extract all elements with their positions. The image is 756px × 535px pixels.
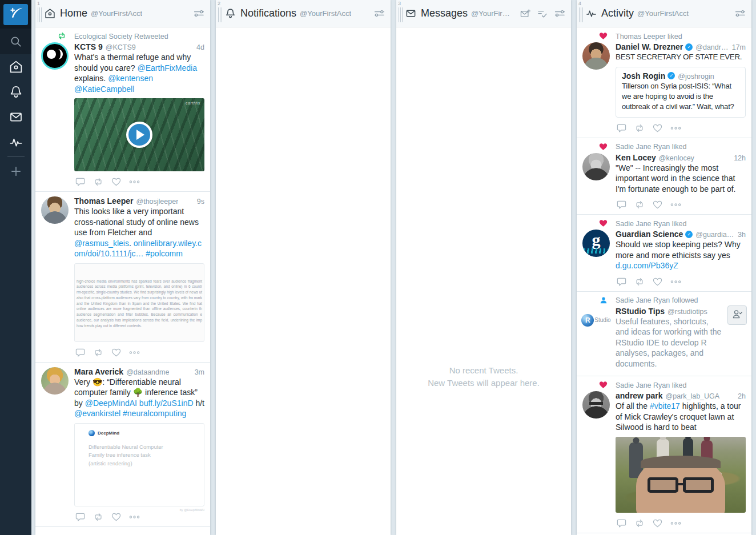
retweet-button[interactable] — [634, 200, 645, 209]
display-name[interactable]: RStudio Tips — [616, 307, 665, 316]
more-button[interactable] — [129, 515, 140, 519]
handle[interactable]: @thosjleeper — [136, 198, 178, 206]
like-button[interactable] — [653, 200, 662, 209]
retweet-button[interactable] — [93, 348, 103, 357]
column-header[interactable]: Activity @YourFirstAcct — [577, 0, 751, 27]
column-settings-icon[interactable] — [374, 9, 385, 18]
add-column-button[interactable] — [0, 159, 31, 184]
follow-button[interactable] — [727, 305, 747, 325]
more-button[interactable] — [129, 180, 140, 184]
display-name[interactable]: Thomas Leeper — [74, 196, 133, 206]
handle[interactable]: @KCTS9 — [106, 43, 136, 51]
hashtag-link[interactable]: #vbite17 — [650, 401, 680, 411]
timestamp[interactable]: 9s — [194, 198, 204, 206]
handle[interactable]: @kenlocey — [659, 154, 694, 162]
handle[interactable]: @park_lab_UGA — [665, 392, 719, 400]
activity-item-drezner[interactable]: Thomas Leeper liked Daniel W. Drezner ✓ … — [577, 27, 751, 138]
tweet-mara-averick[interactable]: Mara Averick @dataandme 3m Very 😎: “Diff… — [35, 363, 210, 527]
compose-tweet-button[interactable] — [3, 4, 28, 25]
mention-link[interactable]: @rasmus_kleis — [74, 239, 129, 248]
more-button[interactable] — [670, 280, 681, 284]
play-button[interactable] — [126, 122, 152, 148]
timestamp[interactable]: 17m — [729, 43, 746, 51]
timestamp[interactable]: 4d — [193, 43, 204, 51]
more-button[interactable] — [670, 126, 681, 130]
url-link[interactable]: buff.ly/2uS1inD — [139, 399, 194, 408]
deepmind-card-image[interactable]: DeepMind Differentiable Neural Computer … — [74, 423, 204, 506]
like-button[interactable] — [653, 277, 662, 286]
drag-handle[interactable] — [579, 7, 584, 22]
like-button[interactable] — [111, 178, 121, 186]
retweet-button[interactable] — [93, 513, 103, 521]
display-name[interactable]: andrew park — [616, 391, 662, 400]
activity-item-andrew-park[interactable]: Sadie Jane Ryan liked andrew park @park_… — [577, 376, 751, 533]
retweet-button[interactable] — [634, 519, 645, 528]
column-header[interactable]: Notifications @YourFirstAcct — [216, 0, 391, 27]
avatar[interactable] — [41, 42, 69, 70]
like-button[interactable] — [653, 519, 662, 528]
handle[interactable]: @rstudiotips — [667, 308, 707, 316]
mark-all-read-icon[interactable] — [537, 9, 548, 18]
timestamp[interactable]: 2h — [734, 392, 746, 400]
handle[interactable]: @guardian… — [695, 231, 734, 239]
like-button[interactable] — [653, 124, 662, 132]
like-button[interactable] — [111, 348, 121, 357]
mention-link[interactable]: @EarthFixMedia — [138, 63, 197, 73]
article-abstract-image[interactable]: high-choice media environments has spark… — [74, 263, 204, 342]
activity-item-guardian[interactable]: Sadie Jane Ryan liked g Guardian Science… — [577, 215, 751, 292]
drag-handle[interactable] — [399, 7, 403, 22]
tweet-kcts9[interactable]: Ecological Society Retweeted KCTS 9 @KCT… — [35, 27, 210, 192]
avatar[interactable] — [582, 153, 610, 180]
more-button[interactable] — [670, 521, 681, 525]
mention-link[interactable]: @kentensen — [108, 74, 153, 83]
avatar[interactable]: g — [582, 230, 610, 257]
reply-button[interactable] — [617, 123, 626, 133]
tweet-photo[interactable] — [616, 437, 746, 513]
column-settings-icon[interactable] — [194, 9, 204, 18]
more-button[interactable] — [129, 351, 140, 355]
video-thumbnail[interactable]: earthfix — [74, 98, 204, 171]
timestamp[interactable]: 3h — [734, 231, 746, 239]
reply-button[interactable] — [617, 518, 626, 528]
reply-button[interactable] — [75, 348, 85, 357]
url-link[interactable]: d.gu.com/Pb36yZ — [616, 261, 678, 270]
hashtag-link[interactable]: #polcomm — [146, 249, 183, 258]
display-name[interactable]: Daniel W. Drezner — [616, 42, 683, 51]
more-button[interactable] — [670, 203, 681, 207]
new-message-icon[interactable] — [520, 9, 530, 18]
timestamp[interactable]: 3m — [191, 368, 204, 376]
avatar[interactable] — [41, 196, 69, 224]
column-header[interactable]: Messages @YourFir… — [396, 0, 571, 27]
handle[interactable]: @dandre… — [695, 43, 728, 51]
activity-item-ken-locey[interactable]: Sadie Jane Ryan liked Ken Locey @kenloce… — [577, 138, 751, 215]
drag-handle[interactable] — [38, 7, 42, 22]
mention-link[interactable]: @KatieCampbell — [74, 85, 134, 94]
reply-button[interactable] — [75, 177, 85, 187]
handle[interactable]: @joshrogin — [678, 73, 714, 81]
mention-link[interactable]: @DeepMindAI — [85, 399, 137, 408]
hashtag-link[interactable]: #neuralcomputing — [123, 409, 186, 418]
handle[interactable]: @dataandme — [126, 368, 169, 376]
nav-messages-button[interactable] — [0, 104, 31, 130]
activity-item-rstudio-follow[interactable]: Sadie Jane Ryan followed R Studio RStudi… — [577, 292, 751, 377]
display-name[interactable]: Josh Rogin — [622, 71, 665, 81]
display-name[interactable]: KCTS 9 — [74, 42, 103, 51]
tweet-thomas-leeper[interactable]: Thomas Leeper @thosjleeper 9s This looks… — [35, 192, 210, 363]
avatar[interactable] — [41, 367, 69, 395]
quoted-tweet[interactable]: Josh Rogin ✓ @joshrogin Tillerson on Syr… — [616, 67, 746, 118]
nav-home-button[interactable] — [0, 54, 31, 79]
display-name[interactable]: Guardian Science — [616, 230, 683, 239]
retweet-button[interactable] — [634, 124, 645, 132]
nav-notifications-button[interactable] — [0, 79, 31, 104]
search-button[interactable] — [0, 29, 31, 54]
avatar[interactable] — [582, 42, 610, 70]
display-name[interactable]: Mara Averick — [74, 367, 123, 376]
like-button[interactable] — [111, 513, 121, 521]
drag-handle[interactable] — [218, 7, 223, 22]
mention-link[interactable]: @evankirstel — [74, 409, 120, 418]
reply-button[interactable] — [617, 277, 626, 287]
column-settings-icon[interactable] — [735, 9, 746, 18]
column-settings-icon[interactable] — [554, 9, 565, 18]
reply-button[interactable] — [617, 200, 626, 210]
timestamp[interactable]: 12h — [730, 154, 746, 162]
